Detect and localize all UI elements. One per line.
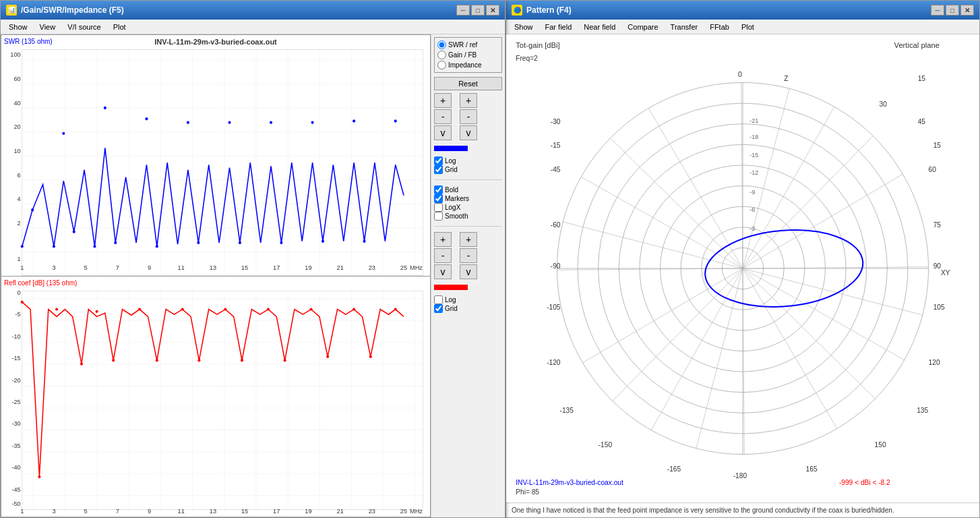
menu-fftab[interactable]: FFtab bbox=[704, 22, 735, 32]
svg-text:9: 9 bbox=[148, 264, 151, 271]
minus-btn-upper2[interactable]: - bbox=[460, 109, 477, 124]
checkbox-markers[interactable]: Markers bbox=[434, 194, 502, 203]
svg-text:11: 11 bbox=[178, 507, 185, 514]
menu-view[interactable]: View bbox=[34, 22, 61, 32]
svg-point-71 bbox=[21, 300, 24, 303]
reset-button[interactable]: Reset bbox=[434, 77, 502, 90]
svg-text:90: 90 bbox=[933, 262, 942, 270]
left-window: 📊 /Gain/SWR/Impedance (F5) ─ □ ✕ Show Vi… bbox=[0, 0, 506, 518]
svg-text:-20: -20 bbox=[11, 376, 20, 383]
menu-plot-right[interactable]: Plot bbox=[736, 22, 760, 32]
menu-near-field[interactable]: Near field bbox=[578, 22, 621, 32]
plus-btn-upper2[interactable]: + bbox=[460, 93, 477, 108]
svg-point-83 bbox=[138, 308, 141, 310]
svg-text:-50: -50 bbox=[11, 500, 20, 507]
svg-point-37 bbox=[104, 107, 106, 109]
minimize-btn[interactable]: ─ bbox=[456, 5, 470, 16]
svg-text:1: 1 bbox=[18, 255, 21, 262]
menu-show[interactable]: Show bbox=[3, 22, 33, 32]
radio-impedance[interactable]: Impedance bbox=[437, 61, 499, 69]
svg-text:105: 105 bbox=[933, 304, 945, 311]
minus-btn-upper[interactable]: - bbox=[434, 109, 452, 124]
svg-text:-6: -6 bbox=[749, 206, 755, 213]
minus-btn-lower[interactable]: - bbox=[434, 248, 452, 263]
svg-text:-3: -3 bbox=[749, 225, 755, 232]
svg-text:Phi= 85: Phi= 85 bbox=[516, 488, 539, 496]
svg-point-43 bbox=[353, 119, 355, 122]
svg-point-31 bbox=[197, 241, 200, 244]
svg-text:9: 9 bbox=[148, 507, 151, 514]
menu-plot[interactable]: Plot bbox=[108, 22, 131, 32]
checkboxes-middle: Bold Markers LogX Smooth bbox=[434, 185, 502, 221]
svg-text:-165: -165 bbox=[667, 465, 681, 473]
charts-area: SWR (135 ohm) INV-L-11m-29m-v3-buried-co… bbox=[1, 34, 431, 517]
svg-text:23: 23 bbox=[369, 264, 375, 271]
menu-far-field[interactable]: Far field bbox=[540, 22, 578, 32]
lower-chart: Refl coef [dB] (135 ohm) 0 -5 -10 -15 bbox=[1, 277, 430, 517]
close-btn[interactable]: ✕ bbox=[486, 5, 499, 16]
checkbox-bold[interactable]: Bold bbox=[434, 185, 502, 194]
svg-point-34 bbox=[321, 240, 324, 243]
checkboxes-upper: Log Grid bbox=[434, 156, 502, 174]
svg-text:-21: -21 bbox=[749, 117, 758, 124]
svg-text:19: 19 bbox=[305, 507, 311, 514]
checkbox-log-lower[interactable]: Log bbox=[434, 295, 502, 304]
svg-text:0: 0 bbox=[18, 288, 21, 295]
pattern-content: Tot-gain [dBi] Vertical plane Freq=2 bbox=[506, 34, 979, 502]
checkbox-logx[interactable]: LogX bbox=[434, 203, 502, 212]
v-btn-upper2[interactable]: v bbox=[460, 125, 477, 140]
svg-point-76 bbox=[197, 359, 200, 362]
plus-btn-upper[interactable]: + bbox=[434, 93, 452, 108]
svg-point-79 bbox=[326, 355, 329, 357]
v-btn-lower2[interactable]: v bbox=[460, 264, 477, 279]
radio-gain[interactable]: Gain / FB bbox=[437, 51, 499, 59]
menu-transfer[interactable]: Transfer bbox=[665, 22, 704, 32]
svg-point-86 bbox=[267, 308, 270, 310]
svg-text:120: 120 bbox=[929, 359, 940, 366]
svg-text:30: 30 bbox=[880, 100, 888, 108]
svg-point-44 bbox=[394, 119, 397, 122]
checkbox-grid-upper[interactable]: Grid bbox=[434, 165, 502, 174]
svg-point-73 bbox=[80, 362, 83, 365]
checkbox-smooth[interactable]: Smooth bbox=[434, 212, 502, 221]
right-close-btn[interactable]: ✕ bbox=[960, 5, 974, 16]
plus-btn-lower[interactable]: + bbox=[434, 232, 452, 247]
svg-text:-135: -135 bbox=[560, 407, 574, 414]
svg-text:7: 7 bbox=[116, 507, 119, 514]
svg-text:-30: -30 bbox=[551, 118, 561, 125]
v-btn-lower[interactable]: v bbox=[434, 264, 452, 279]
svg-text:165: 165 bbox=[806, 465, 818, 473]
plus-btn-lower2[interactable]: + bbox=[460, 232, 477, 247]
svg-text:-180: -180 bbox=[733, 472, 747, 480]
svg-text:Vertical plane: Vertical plane bbox=[894, 41, 940, 49]
right-maximize-btn[interactable]: □ bbox=[946, 5, 959, 16]
menu-show-right[interactable]: Show bbox=[509, 22, 539, 32]
v-btn-upper[interactable]: v bbox=[434, 125, 452, 140]
svg-text:15: 15 bbox=[918, 75, 926, 82]
right-minimize-btn[interactable]: ─ bbox=[931, 5, 944, 16]
svg-point-41 bbox=[270, 121, 272, 123]
left-titlebar: 📊 /Gain/SWR/Impedance (F5) ─ □ ✕ bbox=[1, 1, 505, 20]
radio-swr[interactable]: SWR / ref bbox=[437, 40, 499, 49]
upper-chart-svg: 100 60 40 20 10 6 4 2 1 1 3 5 7 bbox=[1, 35, 430, 276]
svg-text:60: 60 bbox=[13, 75, 20, 82]
svg-text:Freq=2: Freq=2 bbox=[516, 55, 538, 62]
radio-group: SWR / ref Gain / FB Impedance bbox=[434, 37, 502, 73]
svg-text:0: 0 bbox=[738, 71, 742, 78]
menu-compare[interactable]: Compare bbox=[622, 22, 663, 32]
maximize-btn[interactable]: □ bbox=[471, 5, 485, 16]
svg-text:MHz: MHz bbox=[410, 264, 423, 271]
svg-rect-45 bbox=[22, 291, 423, 509]
svg-point-24 bbox=[21, 245, 24, 248]
checkbox-grid-lower[interactable]: Grid bbox=[434, 304, 502, 313]
svg-text:-5: -5 bbox=[16, 310, 21, 318]
svg-text:-9: -9 bbox=[749, 189, 755, 196]
checkbox-log-upper[interactable]: Log bbox=[434, 156, 502, 165]
svg-text:5: 5 bbox=[84, 264, 88, 271]
svg-text:21: 21 bbox=[337, 507, 344, 514]
svg-text:21: 21 bbox=[337, 264, 344, 271]
menu-vi-source[interactable]: V/I source bbox=[62, 22, 106, 32]
svg-point-74 bbox=[112, 359, 115, 362]
minus-btn-lower2[interactable]: - bbox=[460, 248, 477, 263]
svg-text:3: 3 bbox=[52, 264, 55, 271]
